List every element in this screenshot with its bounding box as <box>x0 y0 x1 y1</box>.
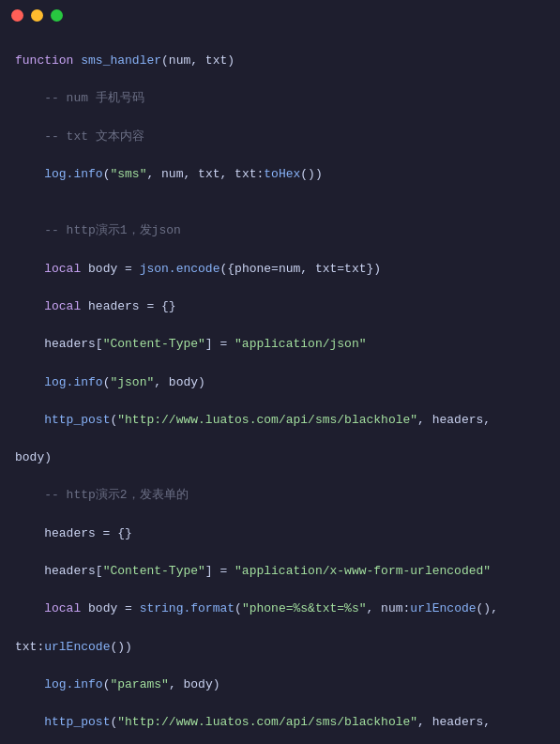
window: function sms_handler(num, txt) -- num 手机… <box>0 0 560 744</box>
code-line: log.info("json", body) <box>15 373 545 392</box>
close-button[interactable] <box>11 9 23 22</box>
code-line: headers = {} <box>15 524 545 543</box>
code-line: log.info("params", body) <box>15 676 545 694</box>
code-line: http_post("http://www.luatos.com/api/sms… <box>15 713 545 732</box>
code-editor[interactable]: function sms_handler(num, txt) -- num 手机… <box>0 31 560 744</box>
code-line: -- txt 文本内容 <box>15 128 545 146</box>
code-line: local body = json.encode({phone=num, txt… <box>15 260 545 279</box>
code-line: local headers = {} <box>15 297 545 316</box>
code-line: headers["Content-Type"] = "application/j… <box>15 335 545 354</box>
code-line: function sms_handler(num, txt) <box>15 52 545 70</box>
title-bar <box>0 0 560 31</box>
code-line: headers["Content-Type"] = "application/x… <box>15 562 545 581</box>
code-line: log.info("sms", num, txt, txt:toHex()) <box>15 165 545 184</box>
code-line: http_post("http://www.luatos.com/api/sms… <box>15 411 545 430</box>
code-line: body) <box>15 448 545 467</box>
minimize-button[interactable] <box>31 9 43 22</box>
code-line: -- num 手机号码 <box>15 89 545 108</box>
maximize-button[interactable] <box>51 9 63 22</box>
code-line: local body = string.format("phone=%s&txt… <box>15 600 545 618</box>
code-line: -- http演示2，发表单的 <box>15 486 545 505</box>
code-line: -- http演示1，发json <box>15 221 545 240</box>
code-line: txt:urlEncode()) <box>15 638 545 657</box>
